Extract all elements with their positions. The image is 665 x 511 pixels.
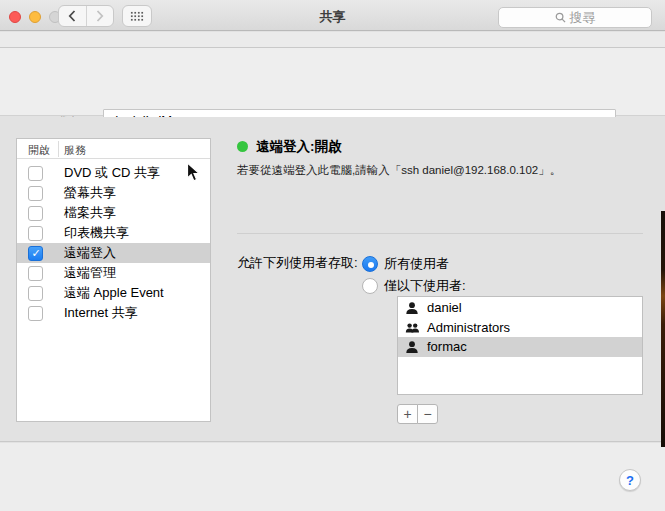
computer-name-section: 電腦名稱: 位於您區域網路上的電腦都可以透過 daniels-iMac.loca… — [0, 48, 665, 116]
mouse-cursor-icon — [186, 162, 201, 183]
service-label: 印表機共享 — [64, 224, 129, 242]
service-row[interactable]: Internet 共享 — [17, 303, 210, 323]
radio-button-icon[interactable] — [362, 278, 378, 294]
service-label: Internet 共享 — [64, 304, 138, 322]
group-icon — [405, 320, 420, 334]
access-options: 所有使用者 僅以下使用者: — [362, 253, 466, 297]
allow-access-label: 允許下列使用者存取: — [237, 254, 358, 272]
service-row[interactable]: 遠端登入 — [17, 243, 210, 263]
user-icon — [405, 301, 419, 315]
service-row[interactable]: DVD 或 CD 共享 — [17, 163, 210, 183]
user-row[interactable]: Administrators — [398, 318, 642, 338]
column-header-service: 服務 — [64, 143, 86, 158]
user-icon — [405, 340, 419, 354]
access-option-label: 所有使用者 — [384, 255, 449, 273]
service-label: DVD 或 CD 共享 — [64, 164, 160, 182]
search-icon — [555, 12, 566, 23]
search-placeholder: 搜尋 — [570, 9, 596, 27]
help-button[interactable]: ? — [619, 469, 641, 491]
toolbar-strip — [0, 32, 665, 48]
access-option-row[interactable]: 所有使用者 — [362, 253, 466, 275]
service-label: 螢幕共享 — [64, 184, 116, 202]
service-checkbox[interactable] — [28, 166, 43, 181]
user-name: formac — [427, 339, 467, 354]
user-row[interactable]: formac — [398, 337, 642, 357]
desktop-background-sliver — [661, 211, 665, 447]
service-row[interactable]: 檔案共享 — [17, 203, 210, 223]
service-checkbox[interactable] — [28, 286, 43, 301]
service-checkbox[interactable] — [28, 186, 43, 201]
search-input[interactable]: 搜尋 — [498, 7, 652, 28]
remote-login-description: 若要從遠端登入此電腦,請輸入「ssh daniel@192.168.0.102」… — [237, 163, 561, 178]
add-user-button[interactable]: + — [397, 404, 418, 424]
services-table: 開啟 服務 DVD 或 CD 共享 螢幕共享 檔案共享 — [16, 138, 211, 422]
sharing-preferences-window: 共享 搜尋 電腦名稱: 位於您區域網路上的電腦都可以透過 daniels-iMa… — [0, 0, 665, 511]
service-label: 遠端登入 — [64, 244, 116, 262]
panel-divider — [237, 233, 643, 234]
service-checkbox[interactable] — [28, 266, 43, 281]
service-row[interactable]: 遠端管理 — [17, 263, 210, 283]
service-checkbox[interactable] — [28, 246, 43, 261]
services-rows: DVD 或 CD 共享 螢幕共享 檔案共享 印表機共享 遠端登入 — [17, 159, 210, 323]
service-checkbox[interactable] — [28, 206, 43, 221]
user-name: Administrators — [427, 320, 510, 335]
service-label: 遠端 Apple Event — [64, 284, 164, 302]
remote-login-status-title: 遠端登入:開啟 — [256, 138, 342, 156]
main-content: 開啟 服務 DVD 或 CD 共享 螢幕共享 檔案共享 — [0, 117, 665, 442]
service-checkbox[interactable] — [28, 226, 43, 241]
access-option-label: 僅以下使用者: — [384, 277, 466, 295]
service-label: 遠端管理 — [64, 264, 116, 282]
services-table-header: 開啟 服務 — [17, 139, 210, 159]
service-row[interactable]: 遠端 Apple Event — [17, 283, 210, 303]
allowed-users-list[interactable]: daniel Administra — [397, 296, 643, 395]
user-row[interactable]: daniel — [398, 298, 642, 318]
title-bar: 共享 搜尋 — [0, 0, 665, 31]
column-divider — [58, 141, 59, 157]
radio-button-icon[interactable] — [362, 256, 378, 272]
remove-user-button[interactable]: − — [417, 404, 438, 424]
user-list-controls: + − — [397, 404, 438, 424]
service-checkbox[interactable] — [28, 306, 43, 321]
status-indicator-dot — [237, 141, 248, 152]
user-name: daniel — [427, 300, 462, 315]
access-option-row[interactable]: 僅以下使用者: — [362, 275, 466, 297]
footer-bar: ? — [0, 443, 665, 511]
service-row[interactable]: 印表機共享 — [17, 223, 210, 243]
column-header-on: 開啟 — [28, 143, 50, 158]
service-row[interactable]: 螢幕共享 — [17, 183, 210, 203]
service-label: 檔案共享 — [64, 204, 116, 222]
